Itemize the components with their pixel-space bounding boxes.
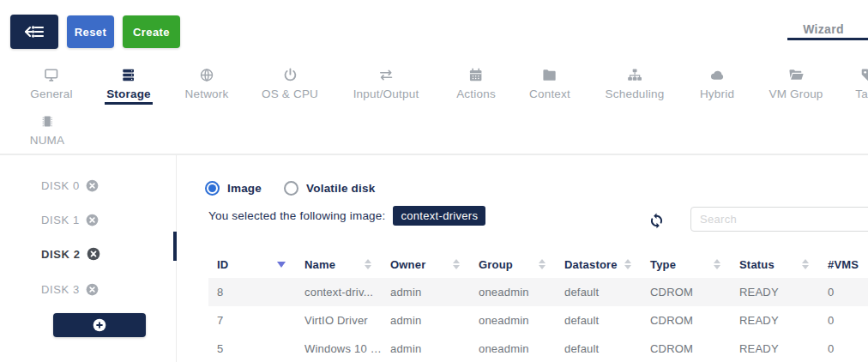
- vm-template-wizard: Reset Create Wizard General Storage Netw…: [0, 0, 868, 362]
- create-button[interactable]: Create: [123, 15, 180, 48]
- tag-icon: [855, 67, 868, 83]
- search-input[interactable]: [690, 207, 868, 232]
- remove-disk-icon[interactable]: [86, 214, 99, 226]
- sidebar-item-disk0[interactable]: DISK 0: [41, 177, 99, 194]
- column-header-owner[interactable]: Owner: [382, 258, 470, 271]
- plus-circle-icon: [93, 318, 106, 332]
- globe-icon: [185, 67, 229, 83]
- column-header-vms[interactable]: #VMS: [819, 258, 868, 271]
- table-row-image-7[interactable]: 7 VirtIO Driver admin oneadmin default C…: [208, 306, 868, 335]
- tab-scheduling[interactable]: Scheduling: [606, 67, 665, 101]
- sort-icon: [453, 259, 460, 269]
- cloud-icon: [700, 67, 734, 83]
- sort-icon: [802, 259, 809, 269]
- refresh-icon: [648, 211, 666, 229]
- selected-image-text: You selected the following image:: [208, 209, 385, 222]
- add-disk-button[interactable]: [53, 313, 146, 337]
- table-row-image-5[interactable]: 5 Windows 10 I... admin oneadmin default…: [208, 335, 868, 362]
- column-header-name[interactable]: Name: [296, 258, 382, 271]
- sidebar-item-disk3[interactable]: DISK 3: [41, 281, 99, 298]
- selected-disk-indicator: [173, 232, 177, 261]
- tab-context[interactable]: Context: [529, 67, 570, 101]
- column-header-datastore[interactable]: Datastore: [556, 258, 642, 271]
- tab-network[interactable]: Network: [185, 67, 229, 101]
- wizard-tab-indicator: [787, 38, 868, 40]
- storage-tab-indicator: [105, 102, 153, 105]
- server-icon: [106, 67, 151, 83]
- arrows-swap-icon: [353, 67, 419, 83]
- chip-icon: [30, 113, 65, 130]
- table-header-row: ID Name Owner Group Datastore Type: [208, 250, 868, 278]
- tab-actions[interactable]: Actions: [456, 67, 496, 101]
- back-to-list-button[interactable]: [10, 15, 58, 49]
- tab-wizard[interactable]: Wizard: [779, 22, 868, 36]
- tab-general[interactable]: General: [30, 67, 72, 101]
- sidebar-item-disk2[interactable]: DISK 2: [41, 245, 100, 262]
- sidebar-item-disk1[interactable]: DISK 1: [41, 211, 99, 228]
- sort-icon: [539, 259, 546, 269]
- table-row-image-8[interactable]: 8 context-driv... admin oneadmin default…: [208, 278, 868, 306]
- radio-checked-icon: [205, 181, 220, 196]
- tab-storage[interactable]: Storage: [106, 67, 151, 101]
- selected-image-chip: context-drivers: [393, 206, 485, 226]
- section-divider: [0, 154, 868, 155]
- tab-input-output[interactable]: Input/Output: [353, 67, 419, 101]
- disk-type-radio-group: Image Volatile disk: [205, 181, 375, 196]
- radio-image[interactable]: Image: [205, 181, 262, 196]
- calendar-icon: [456, 67, 496, 83]
- radio-unchecked-icon: [284, 181, 298, 196]
- remove-disk-icon[interactable]: [86, 179, 99, 192]
- sort-icon: [624, 259, 631, 269]
- sort-desc-icon: [277, 262, 286, 268]
- column-header-status[interactable]: Status: [731, 258, 819, 271]
- sitemap-icon: [606, 67, 665, 83]
- monitor-icon: [30, 67, 72, 83]
- refresh-button[interactable]: [646, 209, 666, 230]
- arrow-left-list-icon: [23, 22, 45, 41]
- remove-disk-icon[interactable]: [86, 283, 99, 296]
- tab-numa[interactable]: NUMA: [30, 113, 65, 148]
- column-header-id[interactable]: ID: [208, 258, 296, 271]
- selected-image-row: You selected the following image: contex…: [208, 205, 485, 226]
- folder-icon: [529, 67, 570, 83]
- images-table: ID Name Owner Group Datastore Type: [208, 250, 868, 362]
- radio-volatile-disk[interactable]: Volatile disk: [284, 181, 375, 196]
- remove-disk-icon[interactable]: [87, 247, 100, 261]
- reset-button[interactable]: Reset: [67, 15, 114, 48]
- sort-icon: [365, 259, 371, 269]
- tab-vm-group[interactable]: VM Group: [769, 67, 823, 101]
- power-icon: [262, 67, 318, 83]
- folder-open-icon: [769, 67, 823, 83]
- column-header-type[interactable]: Type: [642, 258, 731, 271]
- column-header-group[interactable]: Group: [470, 258, 556, 271]
- tab-os-cpu[interactable]: OS & CPU: [262, 67, 318, 101]
- tab-hybrid[interactable]: Hybrid: [700, 67, 734, 101]
- sort-icon: [714, 259, 720, 269]
- tab-tags[interactable]: Tags: [855, 67, 868, 101]
